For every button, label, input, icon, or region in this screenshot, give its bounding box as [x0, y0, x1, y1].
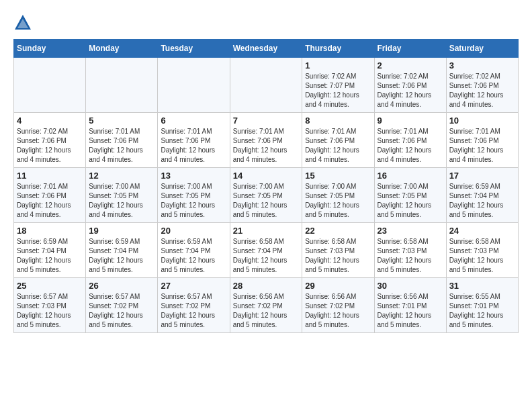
day-number: 2 [378, 60, 443, 71]
page-header [13, 13, 519, 32]
calendar-table: SundayMondayTuesdayWednesdayThursdayFrid… [13, 39, 519, 333]
calendar-cell: 12Sunrise: 7:00 AMSunset: 7:05 PMDayligh… [86, 168, 158, 223]
calendar-cell: 21Sunrise: 6:58 AMSunset: 7:04 PMDayligh… [230, 223, 302, 278]
day-info: Sunrise: 6:58 AMSunset: 7:03 PMDaylight:… [449, 237, 515, 275]
day-info: Sunrise: 6:57 AMSunset: 7:02 PMDaylight:… [161, 292, 226, 330]
day-number: 10 [449, 116, 515, 126]
calendar-cell: 10Sunrise: 7:01 AMSunset: 7:06 PMDayligh… [446, 113, 518, 168]
calendar-cell: 18Sunrise: 6:59 AMSunset: 7:04 PMDayligh… [14, 223, 86, 278]
weekday-header-thursday: Thursday [302, 40, 374, 58]
day-info: Sunrise: 7:01 AMSunset: 7:06 PMDaylight:… [305, 127, 371, 165]
calendar-cell: 22Sunrise: 6:58 AMSunset: 7:03 PMDayligh… [302, 223, 374, 278]
day-number: 20 [161, 226, 226, 236]
day-number: 15 [305, 171, 371, 181]
day-info: Sunrise: 7:01 AMSunset: 7:06 PMDaylight:… [17, 182, 83, 220]
day-number: 19 [89, 226, 154, 236]
day-info: Sunrise: 6:59 AMSunset: 7:04 PMDaylight:… [161, 237, 226, 275]
logo-icon [13, 13, 32, 32]
calendar-cell: 11Sunrise: 7:01 AMSunset: 7:06 PMDayligh… [14, 168, 86, 223]
weekday-header-friday: Friday [374, 40, 446, 58]
calendar-cell: 4Sunrise: 7:02 AMSunset: 7:06 PMDaylight… [14, 113, 86, 168]
week-row-2: 4Sunrise: 7:02 AMSunset: 7:06 PMDaylight… [14, 113, 519, 168]
calendar-cell: 30Sunrise: 6:56 AMSunset: 7:01 PMDayligh… [374, 278, 446, 333]
calendar-cell: 23Sunrise: 6:58 AMSunset: 7:03 PMDayligh… [374, 223, 446, 278]
day-number: 22 [305, 226, 371, 236]
calendar-cell: 1Sunrise: 7:02 AMSunset: 7:07 PMDaylight… [302, 58, 374, 113]
calendar-cell: 25Sunrise: 6:57 AMSunset: 7:03 PMDayligh… [14, 278, 86, 333]
day-info: Sunrise: 6:56 AMSunset: 7:02 PMDaylight:… [233, 292, 300, 330]
day-info: Sunrise: 6:56 AMSunset: 7:01 PMDaylight:… [378, 292, 443, 330]
weekday-header-sunday: Sunday [14, 40, 86, 58]
calendar-cell [230, 58, 302, 113]
day-info: Sunrise: 6:55 AMSunset: 7:01 PMDaylight:… [449, 292, 515, 330]
day-number: 4 [17, 116, 83, 126]
day-info: Sunrise: 7:01 AMSunset: 7:06 PMDaylight:… [233, 127, 300, 165]
day-info: Sunrise: 6:59 AMSunset: 7:04 PMDaylight:… [449, 182, 515, 220]
day-number: 29 [305, 281, 371, 291]
day-info: Sunrise: 7:01 AMSunset: 7:06 PMDaylight:… [378, 127, 443, 165]
week-row-5: 25Sunrise: 6:57 AMSunset: 7:03 PMDayligh… [14, 278, 519, 333]
calendar-cell: 27Sunrise: 6:57 AMSunset: 7:02 PMDayligh… [158, 278, 230, 333]
weekday-header-saturday: Saturday [446, 40, 518, 58]
day-number: 14 [233, 171, 300, 181]
day-info: Sunrise: 7:00 AMSunset: 7:05 PMDaylight:… [378, 182, 443, 220]
day-info: Sunrise: 7:00 AMSunset: 7:05 PMDaylight:… [161, 182, 226, 220]
day-info: Sunrise: 6:57 AMSunset: 7:03 PMDaylight:… [17, 292, 83, 330]
day-info: Sunrise: 7:02 AMSunset: 7:06 PMDaylight:… [378, 72, 443, 109]
day-number: 27 [161, 281, 226, 291]
calendar-cell: 6Sunrise: 7:01 AMSunset: 7:06 PMDaylight… [158, 113, 230, 168]
calendar-cell: 19Sunrise: 6:59 AMSunset: 7:04 PMDayligh… [86, 223, 158, 278]
calendar-cell: 16Sunrise: 7:00 AMSunset: 7:05 PMDayligh… [374, 168, 446, 223]
day-number: 25 [17, 281, 83, 291]
calendar-cell: 8Sunrise: 7:01 AMSunset: 7:06 PMDaylight… [302, 113, 374, 168]
day-info: Sunrise: 7:02 AMSunset: 7:06 PMDaylight:… [17, 127, 83, 165]
day-number: 31 [449, 281, 515, 291]
week-row-4: 18Sunrise: 6:59 AMSunset: 7:04 PMDayligh… [14, 223, 519, 278]
calendar-cell: 31Sunrise: 6:55 AMSunset: 7:01 PMDayligh… [446, 278, 518, 333]
day-number: 1 [305, 60, 371, 71]
day-info: Sunrise: 6:58 AMSunset: 7:04 PMDaylight:… [233, 237, 300, 275]
calendar-cell: 3Sunrise: 7:02 AMSunset: 7:06 PMDaylight… [446, 58, 518, 113]
day-info: Sunrise: 6:58 AMSunset: 7:03 PMDaylight:… [305, 237, 371, 275]
calendar-cell: 24Sunrise: 6:58 AMSunset: 7:03 PMDayligh… [446, 223, 518, 278]
calendar-cell [86, 58, 158, 113]
calendar-cell: 5Sunrise: 7:01 AMSunset: 7:06 PMDaylight… [86, 113, 158, 168]
calendar-cell: 7Sunrise: 7:01 AMSunset: 7:06 PMDaylight… [230, 113, 302, 168]
day-number: 7 [233, 116, 300, 126]
calendar-cell: 26Sunrise: 6:57 AMSunset: 7:02 PMDayligh… [86, 278, 158, 333]
week-row-1: 1Sunrise: 7:02 AMSunset: 7:07 PMDaylight… [14, 58, 519, 113]
day-number: 17 [449, 171, 515, 181]
logo [13, 13, 34, 32]
calendar-cell: 2Sunrise: 7:02 AMSunset: 7:06 PMDaylight… [374, 58, 446, 113]
day-info: Sunrise: 6:57 AMSunset: 7:02 PMDaylight:… [89, 292, 154, 330]
calendar-cell: 29Sunrise: 6:56 AMSunset: 7:02 PMDayligh… [302, 278, 374, 333]
week-row-3: 11Sunrise: 7:01 AMSunset: 7:06 PMDayligh… [14, 168, 519, 223]
day-info: Sunrise: 6:59 AMSunset: 7:04 PMDaylight:… [17, 237, 83, 275]
day-number: 3 [449, 60, 515, 71]
day-info: Sunrise: 7:00 AMSunset: 7:05 PMDaylight:… [305, 182, 371, 220]
day-number: 24 [449, 226, 515, 236]
day-number: 30 [378, 281, 443, 291]
day-info: Sunrise: 6:58 AMSunset: 7:03 PMDaylight:… [378, 237, 443, 275]
day-number: 11 [17, 171, 83, 181]
day-number: 8 [305, 116, 371, 126]
calendar-cell: 20Sunrise: 6:59 AMSunset: 7:04 PMDayligh… [158, 223, 230, 278]
calendar-cell: 9Sunrise: 7:01 AMSunset: 7:06 PMDaylight… [374, 113, 446, 168]
day-number: 9 [378, 116, 443, 126]
weekday-header-row: SundayMondayTuesdayWednesdayThursdayFrid… [14, 40, 519, 58]
day-info: Sunrise: 7:00 AMSunset: 7:05 PMDaylight:… [233, 182, 300, 220]
calendar-cell: 15Sunrise: 7:00 AMSunset: 7:05 PMDayligh… [302, 168, 374, 223]
day-number: 13 [161, 171, 226, 181]
weekday-header-wednesday: Wednesday [230, 40, 302, 58]
calendar-cell: 14Sunrise: 7:00 AMSunset: 7:05 PMDayligh… [230, 168, 302, 223]
day-info: Sunrise: 7:00 AMSunset: 7:05 PMDaylight:… [89, 182, 154, 220]
calendar-cell: 13Sunrise: 7:00 AMSunset: 7:05 PMDayligh… [158, 168, 230, 223]
day-info: Sunrise: 7:02 AMSunset: 7:07 PMDaylight:… [305, 72, 371, 109]
day-info: Sunrise: 6:59 AMSunset: 7:04 PMDaylight:… [89, 237, 154, 275]
day-info: Sunrise: 7:01 AMSunset: 7:06 PMDaylight:… [89, 127, 154, 165]
calendar-cell: 17Sunrise: 6:59 AMSunset: 7:04 PMDayligh… [446, 168, 518, 223]
calendar-cell [158, 58, 230, 113]
calendar-cell: 28Sunrise: 6:56 AMSunset: 7:02 PMDayligh… [230, 278, 302, 333]
day-info: Sunrise: 7:01 AMSunset: 7:06 PMDaylight:… [161, 127, 226, 165]
weekday-header-tuesday: Tuesday [158, 40, 230, 58]
